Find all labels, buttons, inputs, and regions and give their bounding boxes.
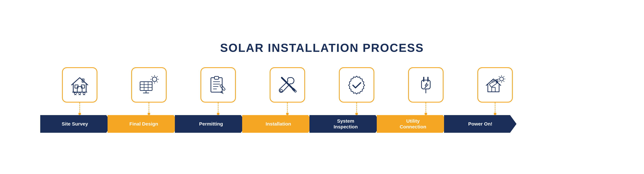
house-solar-icon [484, 75, 506, 95]
svg-point-7 [152, 77, 157, 82]
page-title: SOLAR INSTALLATION PROCESS [220, 41, 424, 54]
icon-item-power-on [460, 67, 530, 115]
arrow-shape-4: Installation [242, 115, 314, 133]
house-icon [69, 75, 90, 95]
dot-7 [494, 112, 496, 115]
arrow-label-4: Installation [262, 121, 294, 127]
icons-row [40, 67, 604, 115]
arrow-item-2: Final Design [108, 115, 180, 133]
document-icon [208, 75, 228, 95]
dashed-line-7 [495, 102, 496, 114]
arrow-item-3: Permitting [175, 115, 247, 133]
arrow-item-4: Installation [242, 115, 314, 133]
arrow-label-1: Site Survey [57, 121, 96, 127]
arrow-label-7: Power On! [465, 121, 496, 127]
dashed-line-3 [218, 102, 218, 114]
arrow-shape-5: System Inspection [310, 115, 382, 133]
icon-item-system-inspection [322, 67, 391, 115]
dot-6 [424, 112, 427, 115]
arrow-shape-1: Site Survey [40, 115, 113, 133]
svg-line-47 [499, 81, 500, 82]
dot-3 [217, 112, 220, 115]
svg-line-44 [499, 77, 500, 77]
arrow-label-5: System Inspection [330, 118, 361, 130]
svg-line-14 [157, 77, 158, 77]
icon-item-utility-connection [391, 67, 460, 115]
dot-2 [148, 112, 150, 115]
arrow-item-1: Site Survey [40, 115, 113, 133]
process-container: Site Survey Final Design Permitting Inst… [40, 67, 604, 133]
dashed-line-6 [426, 102, 426, 114]
svg-rect-48 [492, 87, 495, 92]
dashed-line-1 [79, 102, 80, 114]
icon-item-installation [253, 67, 322, 115]
svg-line-46 [504, 77, 504, 77]
icon-box-permitting [200, 67, 236, 102]
dashed-line-4 [287, 102, 288, 114]
icon-box-utility-connection [408, 67, 444, 102]
arrow-shape-7: Power On! [444, 115, 516, 133]
arrow-shape-2: Final Design [108, 115, 180, 133]
dashed-line-5 [356, 102, 357, 114]
icon-box-power-on [477, 67, 513, 102]
svg-rect-16 [140, 82, 152, 90]
svg-point-6 [83, 92, 85, 94]
dashed-line-2 [148, 102, 149, 114]
svg-rect-28 [214, 77, 219, 79]
dot-5 [355, 112, 358, 115]
plug-icon [416, 75, 436, 95]
svg-line-13 [157, 82, 158, 82]
svg-point-5 [79, 92, 81, 94]
svg-line-45 [504, 81, 504, 82]
arrows-row: Site Survey Final Design Permitting Inst… [40, 115, 604, 133]
arrow-shape-6: Utility Connection [377, 115, 449, 133]
svg-point-30 [280, 89, 282, 92]
dot-4 [286, 112, 289, 115]
icon-box-installation [270, 67, 305, 102]
arrow-item-7: Power On! [444, 115, 516, 133]
icon-item-final-design [114, 67, 184, 115]
dot-1 [78, 112, 81, 115]
icon-box-final-design [131, 67, 167, 102]
tools-icon [277, 75, 298, 95]
icon-box-system-inspection [339, 67, 374, 102]
arrow-label-2: Final Design [126, 121, 161, 127]
arrow-shape-3: Permitting [175, 115, 247, 133]
arrow-label-3: Permitting [196, 121, 226, 127]
arrow-label-6: Utility Connection [396, 118, 430, 130]
arrow-item-6: Utility Connection [377, 115, 449, 133]
arrow-item-5: System Inspection [310, 115, 382, 133]
icon-item-permitting [184, 67, 253, 115]
icon-box-site-survey [62, 67, 98, 102]
svg-rect-29 [220, 85, 226, 90]
svg-point-39 [500, 77, 504, 81]
icon-item-site-survey [45, 67, 114, 115]
svg-point-4 [74, 92, 76, 94]
solar-panel-icon [138, 75, 160, 95]
badge-check-icon [346, 75, 367, 95]
svg-line-12 [152, 77, 152, 77]
